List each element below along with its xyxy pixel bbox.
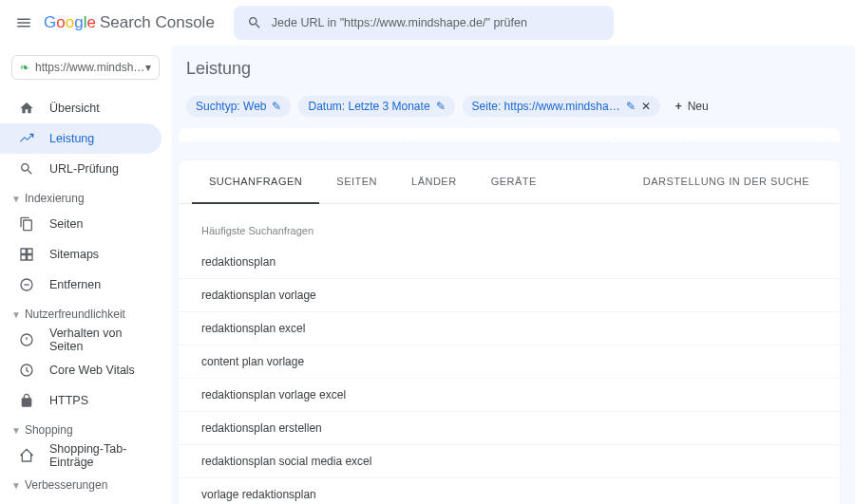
nav-sitemaps[interactable]: Sitemaps	[0, 239, 162, 270]
nav-section-indexing[interactable]: ▼Indexierung	[0, 184, 171, 209]
nav-performance[interactable]: Leistung	[0, 123, 162, 154]
table-row[interactable]: redaktionsplan vorlage	[179, 279, 840, 312]
main-content: Leistung Suchtyp: Web✎ Datum: Letzte 3 M…	[171, 46, 855, 504]
nav-breadcrumbs[interactable]: ◇Navigationspfade	[0, 495, 162, 504]
hamburger-icon[interactable]	[15, 14, 32, 31]
nav-core-web-vitals[interactable]: Core Web Vitals	[0, 355, 162, 385]
close-icon[interactable]: ✕	[641, 100, 651, 113]
nav-section-shopping[interactable]: ▼Shopping	[0, 416, 171, 440]
nav-shopping-tab[interactable]: Shopping-Tab-Einträge	[0, 440, 162, 471]
table-row[interactable]: content plan vorlage	[179, 345, 840, 379]
plus-icon: +	[675, 100, 682, 113]
filter-date[interactable]: Datum: Letzte 3 Monate✎	[298, 96, 454, 117]
url-inspect-search[interactable]: Jede URL in "https://www.mindshape.de/" …	[234, 6, 614, 40]
table-row[interactable]: redaktionsplan	[179, 246, 840, 279]
tab-pages[interactable]: SEITEN	[319, 160, 394, 203]
sidebar: ❧ https://www.mindsh… ▾ Übersicht Leistu…	[0, 46, 171, 504]
edit-icon: ✎	[626, 100, 636, 113]
table-row[interactable]: vorlage redaktionsplan	[179, 478, 840, 504]
chart-date-axis: ··········	[179, 128, 840, 141]
nav-pages[interactable]: Seiten	[0, 209, 162, 239]
tab-search-appearance[interactable]: DARSTELLUNG IN DER SUCHE	[626, 160, 826, 203]
tab-countries[interactable]: LÄNDER	[394, 160, 474, 203]
edit-icon: ✎	[272, 100, 281, 113]
logo-text: Search Console	[100, 13, 215, 32]
edit-icon: ✎	[436, 100, 446, 113]
search-icon	[247, 15, 262, 30]
search-placeholder: Jede URL in "https://www.mindshape.de/" …	[272, 16, 527, 29]
tab-devices[interactable]: GERÄTE	[474, 160, 554, 203]
table-row[interactable]: redaktionsplan vorlage excel	[179, 379, 840, 412]
page-title: Leistung	[179, 46, 840, 92]
add-filter-button[interactable]: +Neu	[668, 96, 716, 117]
nav-overview[interactable]: Übersicht	[0, 93, 162, 123]
nav-url-inspection[interactable]: URL-Prüfung	[0, 154, 162, 184]
property-url: https://www.mindsh…	[35, 61, 145, 74]
table-row[interactable]: redaktionsplan erstellen	[179, 412, 840, 445]
filter-page[interactable]: Seite: https://www.mindsha…✎✕	[463, 96, 660, 117]
nav-section-ux[interactable]: ▼Nutzerfreundlichkeit	[0, 300, 171, 325]
chevron-down-icon: ▾	[145, 61, 151, 74]
filter-search-type[interactable]: Suchtyp: Web✎	[186, 96, 291, 117]
nav-section-enhancements[interactable]: ▼Verbesserungen	[0, 471, 171, 495]
property-favicon: ❧	[20, 61, 29, 74]
queries-card: SUCHANFRAGEN SEITEN LÄNDER GERÄTE DARSTE…	[179, 160, 840, 504]
table-row[interactable]: redaktionsplan social media excel	[179, 445, 840, 478]
logo: Google Search Console	[44, 13, 215, 32]
nav-https[interactable]: HTTPS	[0, 385, 162, 416]
table-heading: Häufigste Suchanfragen	[179, 204, 840, 246]
property-selector[interactable]: ❧ https://www.mindsh… ▾	[11, 55, 160, 80]
table-row[interactable]: redaktionsplan excel	[179, 312, 840, 345]
nav-removals[interactable]: Entfernen	[0, 270, 162, 300]
nav-page-experience[interactable]: Verhalten von Seiten	[0, 325, 162, 355]
tab-queries[interactable]: SUCHANFRAGEN	[192, 160, 319, 204]
dimension-tabs: SUCHANFRAGEN SEITEN LÄNDER GERÄTE DARSTE…	[179, 160, 840, 204]
filter-row: Suchtyp: Web✎ Datum: Letzte 3 Monate✎ Se…	[179, 92, 840, 128]
